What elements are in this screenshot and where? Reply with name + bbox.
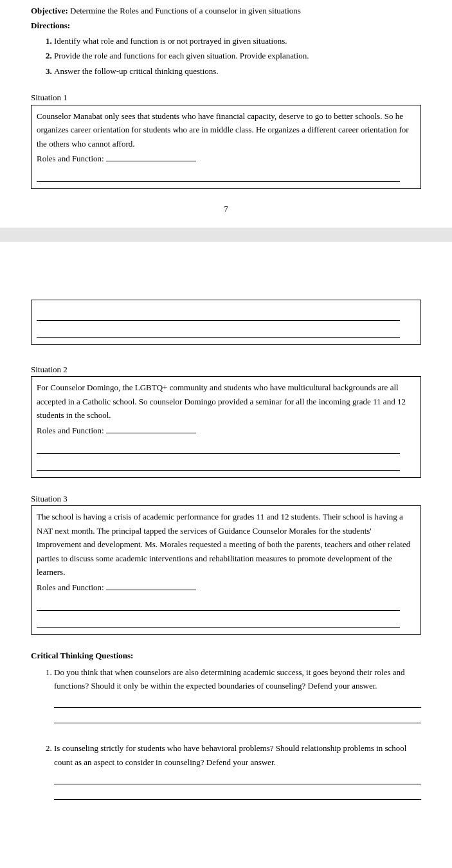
page-1: Objective: Determine the Roles and Funct…	[0, 0, 452, 228]
page-2: Situation 2 For Counselor Domingo, the L…	[0, 300, 452, 831]
situation-3-text: The school is having a crisis of academi…	[37, 510, 415, 579]
ctq-q1-text: Do you think that when counselors are al…	[54, 665, 421, 693]
fill-blank[interactable]	[54, 712, 421, 723]
situation-1-text: Counselor Manabat only sees that student…	[37, 109, 415, 150]
fill-blank[interactable]	[37, 170, 400, 182]
page-number: 7	[31, 202, 421, 215]
fill-blank[interactable]	[106, 590, 196, 590]
situation-3-box: The school is having a crisis of academi…	[31, 505, 421, 635]
fill-blank[interactable]	[54, 696, 421, 708]
ctq-heading: Critical Thinking Questions:	[31, 649, 421, 662]
continuation-box	[31, 300, 421, 345]
ctq-list: Do you think that when counselors are al…	[54, 665, 421, 800]
situation-2-text: For Counselor Domingo, the LGBTQ+ commun…	[37, 381, 415, 422]
objective-text: Determine the Roles and Functions of a c…	[68, 6, 301, 15]
direction-item: Answer the follow-up critical thinking q…	[54, 64, 421, 78]
objective-line: Objective: Determine the Roles and Funct…	[31, 4, 421, 17]
fill-blank[interactable]	[37, 326, 400, 338]
situation-2-box: For Counselor Domingo, the LGBTQ+ commun…	[31, 376, 421, 478]
situation-2-title: Situation 2	[31, 363, 421, 376]
page-separator	[0, 228, 452, 242]
directions-label: Directions:	[31, 19, 421, 32]
fill-blank[interactable]	[37, 599, 400, 611]
fill-blank[interactable]	[106, 161, 196, 161]
fill-blank[interactable]	[37, 442, 400, 454]
fill-blank[interactable]	[37, 309, 400, 321]
objective-label: Objective:	[31, 6, 68, 15]
roles-function-line: Roles and Function:	[37, 152, 415, 165]
situation-1-box: Counselor Manabat only sees that student…	[31, 105, 421, 190]
roles-function-line: Roles and Function:	[37, 424, 415, 437]
situation-1-title: Situation 1	[31, 91, 421, 104]
direction-item: Provide the role and functions for each …	[54, 49, 421, 62]
roles-function-label: Roles and Function:	[37, 426, 104, 435]
roles-function-label: Roles and Function:	[37, 583, 104, 592]
ctq-item-1: Do you think that when counselors are al…	[54, 665, 421, 724]
fill-blank[interactable]	[37, 616, 400, 628]
directions-list: Identify what role and function is or no…	[54, 34, 421, 78]
fill-blank[interactable]	[54, 773, 421, 784]
direction-item: Identify what role and function is or no…	[54, 34, 421, 48]
roles-function-line: Roles and Function:	[37, 581, 415, 594]
situation-3-title: Situation 3	[31, 492, 421, 505]
ctq-item-2: Is counseling strictly for students who …	[54, 741, 421, 800]
fill-blank[interactable]	[106, 433, 196, 433]
roles-function-label: Roles and Function:	[37, 154, 104, 163]
ctq-q2-text: Is counseling strictly for students who …	[54, 741, 421, 769]
fill-blank[interactable]	[54, 788, 421, 800]
fill-blank[interactable]	[37, 459, 400, 471]
